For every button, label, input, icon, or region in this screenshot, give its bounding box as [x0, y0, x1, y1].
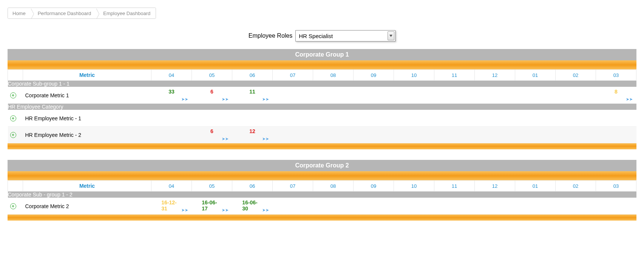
- drilldown-icon[interactable]: ➤➤: [262, 97, 269, 102]
- metric-value: 16-06-30: [242, 199, 263, 212]
- value-cell: [232, 110, 273, 127]
- value-cell: [434, 198, 475, 215]
- value-cell: [394, 127, 434, 143]
- metric-name: Corporate Metric 1: [25, 92, 69, 98]
- value-cell: 16-06-30➤➤: [232, 198, 273, 215]
- drilldown-icon[interactable]: ➤➤: [626, 97, 633, 102]
- metric-row: +HR Employee Metric - 1: [8, 110, 636, 127]
- month-header[interactable]: 08: [313, 181, 354, 192]
- month-header[interactable]: 01: [515, 70, 556, 81]
- value-cell: [354, 87, 394, 104]
- metric-row: +Corporate Metric 216-12-31➤➤16-06-17➤➤1…: [8, 198, 636, 215]
- value-cell: [313, 110, 354, 127]
- month-header[interactable]: 07: [273, 181, 313, 192]
- month-header[interactable]: 08: [313, 70, 354, 81]
- chevron-down-icon[interactable]: [388, 31, 394, 40]
- month-header[interactable]: 09: [354, 181, 394, 192]
- subgroup-title: Corporate Sub - group 1 - 2: [8, 192, 636, 198]
- month-header[interactable]: 04: [151, 181, 192, 192]
- value-cell: [394, 198, 434, 215]
- metric-value: 12: [249, 128, 255, 134]
- groups-container: Corporate Group 1Metric04050607080910111…: [8, 49, 636, 221]
- drilldown-icon[interactable]: ➤➤: [181, 97, 188, 102]
- value-cell: [354, 110, 394, 127]
- month-header[interactable]: 01: [515, 181, 556, 192]
- month-header[interactable]: 03: [596, 70, 636, 81]
- metric-header: Metric: [23, 70, 151, 81]
- value-cell: [515, 198, 556, 215]
- month-header[interactable]: 07: [273, 70, 313, 81]
- value-cell: [475, 110, 515, 127]
- month-header[interactable]: 05: [192, 70, 232, 81]
- drilldown-icon[interactable]: ➤➤: [181, 208, 188, 213]
- value-cell: [596, 127, 636, 143]
- month-header[interactable]: 12: [475, 181, 515, 192]
- value-cell: [515, 127, 556, 143]
- month-header[interactable]: 12: [475, 70, 515, 81]
- value-cell: [192, 110, 232, 127]
- metric-table: Metric040506070809101112010203Corporate …: [8, 180, 636, 215]
- value-cell: [313, 198, 354, 215]
- metric-value: 6: [210, 128, 213, 134]
- expand-icon[interactable]: +: [10, 115, 16, 121]
- month-header[interactable]: 03: [596, 181, 636, 192]
- drilldown-icon[interactable]: ➤➤: [222, 97, 229, 102]
- subgroup-title: HR Employee Category: [8, 104, 636, 110]
- value-cell: [313, 87, 354, 104]
- value-cell: [273, 110, 313, 127]
- month-header[interactable]: 04: [151, 70, 192, 81]
- metric-group: Corporate Group 2Metric04050607080910111…: [8, 160, 636, 221]
- month-header[interactable]: 11: [434, 181, 475, 192]
- breadcrumb: Home Performance Dashboard Employee Dash…: [8, 8, 156, 19]
- value-cell: [354, 198, 394, 215]
- month-header[interactable]: 06: [232, 181, 273, 192]
- metric-value: 6: [210, 89, 213, 95]
- metric-value: 16-06-17: [202, 199, 222, 212]
- chevron-down-icon-svg: [389, 35, 392, 37]
- value-cell: 6➤➤: [192, 87, 232, 104]
- expand-icon[interactable]: +: [10, 203, 16, 209]
- month-header[interactable]: 09: [354, 70, 394, 81]
- value-cell: [515, 87, 556, 104]
- role-select-value: HR Specialist: [299, 33, 333, 39]
- month-header[interactable]: 05: [192, 181, 232, 192]
- value-cell: [475, 87, 515, 104]
- drilldown-icon[interactable]: ➤➤: [222, 136, 229, 141]
- drilldown-icon[interactable]: ➤➤: [262, 136, 269, 141]
- role-row: Employee Roles HR Specialist: [8, 30, 636, 41]
- value-cell: [515, 110, 556, 127]
- value-cell: [556, 198, 596, 215]
- value-cell: [273, 198, 313, 215]
- metric-group: Corporate Group 1Metric04050607080910111…: [8, 49, 636, 149]
- value-cell: [475, 127, 515, 143]
- metric-header: Metric: [23, 181, 151, 192]
- metric-row: +Corporate Metric 133➤➤6➤➤11➤➤8➤➤: [8, 87, 636, 104]
- month-header[interactable]: 02: [556, 70, 596, 81]
- breadcrumb-performance[interactable]: Performance Dashboard: [31, 8, 97, 18]
- metric-value: 11: [249, 89, 255, 95]
- expand-icon[interactable]: +: [10, 92, 16, 98]
- value-cell: 6➤➤: [192, 127, 232, 143]
- employee-role-select[interactable]: HR Specialist: [295, 30, 395, 41]
- expand-icon[interactable]: +: [10, 132, 16, 138]
- metric-value: 33: [168, 89, 175, 95]
- breadcrumb-home[interactable]: Home: [8, 8, 31, 18]
- month-header[interactable]: 10: [394, 181, 434, 192]
- value-cell: [394, 110, 434, 127]
- value-cell: 8➤➤: [596, 87, 636, 104]
- month-header[interactable]: 06: [232, 70, 273, 81]
- value-cell: [556, 87, 596, 104]
- drilldown-icon[interactable]: ➤➤: [262, 208, 269, 213]
- month-header[interactable]: 10: [394, 70, 434, 81]
- value-cell: [434, 110, 475, 127]
- drilldown-icon[interactable]: ➤➤: [222, 208, 229, 213]
- metric-value: 16-12-31: [161, 199, 182, 212]
- value-cell: [394, 87, 434, 104]
- value-cell: [434, 127, 475, 143]
- value-cell: [151, 110, 192, 127]
- breadcrumb-employee[interactable]: Employee Dashboard: [96, 8, 156, 18]
- month-header[interactable]: 11: [434, 70, 475, 81]
- month-header[interactable]: 02: [556, 181, 596, 192]
- divider-bar: [8, 143, 636, 149]
- value-cell: 11➤➤: [232, 87, 273, 104]
